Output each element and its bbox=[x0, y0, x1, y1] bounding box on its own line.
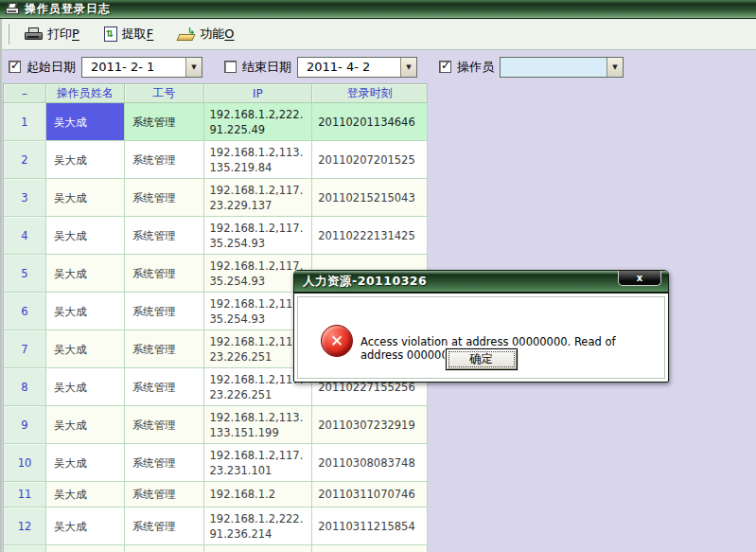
row-index-cell bbox=[4, 545, 46, 552]
table-row[interactable]: 11 吴大成 系统管理 192.168.1.2 20110311070746 bbox=[4, 482, 428, 507]
chevron-down-icon[interactable]: ▼ bbox=[400, 58, 416, 77]
error-dialog-body: Access violation at address 00000000. Re… bbox=[297, 296, 665, 379]
refresh-page-icon: ⇅ bbox=[104, 27, 117, 42]
operator-name-cell bbox=[46, 545, 125, 552]
row-index-cell: 8 bbox=[4, 368, 46, 406]
job-number-cell: 系统管理 bbox=[125, 141, 204, 179]
table-row[interactable]: 2 吴大成 系统管理 192.168.1.2,113.135.219.84 20… bbox=[4, 141, 428, 179]
ip-cell: 192.168.1.2,222.91.225.49 bbox=[204, 103, 313, 141]
print-label: 打印 bbox=[47, 27, 72, 41]
function-label: 功能 bbox=[200, 27, 224, 41]
error-dialog-titlebar: 人力资源-20110326 bbox=[294, 271, 668, 294]
ip-cell: 192.168.1.2,117.35.254.93 bbox=[204, 217, 313, 255]
table-row[interactable]: 12 吴大成 系统管理 192.168.1.2,222.91.236.214 2… bbox=[4, 507, 428, 545]
job-number-cell: 系统管理 bbox=[125, 482, 204, 507]
operator-name-cell: 吴大成 bbox=[46, 255, 125, 293]
filter-bar: 起始日期 2011- 2- 1 ▼ 结束日期 2011- 4- 2 ▼ 操作员 … bbox=[0, 50, 756, 83]
table-header-row: – 操作员姓名 工号 IP 登录时刻 bbox=[4, 84, 428, 103]
close-icon[interactable]: x bbox=[618, 271, 661, 286]
column-header-name[interactable]: 操作员姓名 bbox=[46, 84, 125, 103]
table-row[interactable]: 9 吴大成 系统管理 192.168.1.2,113.133.151.199 2… bbox=[4, 406, 428, 444]
job-number-cell bbox=[125, 545, 204, 552]
function-tray-icon: ↳ bbox=[178, 28, 195, 41]
operator-name-cell: 吴大成 bbox=[46, 293, 125, 330]
start-date-label: 起始日期 bbox=[26, 59, 76, 76]
job-number-cell: 系统管理 bbox=[125, 217, 204, 255]
job-number-cell: 系统管理 bbox=[125, 444, 204, 482]
operator-name-cell: 吴大成 bbox=[46, 217, 125, 255]
login-time-cell: 20110207201525 bbox=[312, 141, 428, 179]
operator-name-cell: 吴大成 bbox=[46, 444, 125, 482]
row-index-cell: 5 bbox=[4, 255, 46, 293]
printer-icon bbox=[25, 27, 43, 42]
app-printer-icon bbox=[5, 3, 20, 16]
ip-cell: 192.168.1.2,117.23.231.101 bbox=[204, 444, 313, 482]
error-dialog: 人力资源-20110326 x Access violation at addr… bbox=[293, 270, 669, 383]
job-number-cell: 系统管理 bbox=[125, 406, 204, 444]
login-time-cell: 20110222131425 bbox=[312, 217, 428, 255]
error-icon bbox=[321, 325, 353, 357]
row-index-cell: 10 bbox=[4, 444, 46, 482]
chevron-down-icon[interactable]: ▼ bbox=[185, 58, 202, 77]
job-number-cell: 系统管理 bbox=[125, 330, 204, 368]
operator-combobox[interactable]: ▼ bbox=[500, 57, 624, 78]
operator-name-cell: 吴大成 bbox=[46, 141, 125, 179]
table-row[interactable]: 3 吴大成 系统管理 192.168.1.2,117.23.229.137 20… bbox=[4, 179, 428, 217]
error-dialog-title: 人力资源-20110326 bbox=[303, 274, 427, 290]
column-header-logintime[interactable]: 登录时刻 bbox=[312, 84, 428, 103]
row-index-cell: 6 bbox=[4, 293, 46, 330]
job-number-cell: 系统管理 bbox=[125, 255, 204, 293]
print-button[interactable]: 打印P bbox=[19, 23, 85, 45]
end-date-value: 2011- 4- 2 bbox=[298, 60, 400, 74]
row-index-cell: 3 bbox=[4, 179, 46, 217]
login-time-cell bbox=[312, 545, 428, 552]
operator-name-cell: 吴大成 bbox=[46, 368, 125, 406]
job-number-cell: 系统管理 bbox=[125, 293, 204, 330]
table-row[interactable]: 1 吴大成 系统管理 192.168.1.2,222.91.225.49 201… bbox=[4, 103, 428, 141]
table-row[interactable]: 4 吴大成 系统管理 192.168.1.2,117.35.254.93 201… bbox=[4, 217, 428, 255]
column-header-index[interactable]: – bbox=[4, 84, 46, 103]
login-time-cell: 20110311070746 bbox=[312, 482, 428, 507]
end-date-checkbox[interactable] bbox=[224, 61, 237, 73]
operator-label: 操作员 bbox=[457, 59, 494, 76]
row-index-cell: 4 bbox=[4, 217, 46, 255]
toolbar: 打印P ⇅ 提取F ↳ 功能O bbox=[0, 19, 756, 50]
column-header-ip[interactable]: IP bbox=[204, 84, 313, 103]
table-row[interactable]: 192.168.1.2,113. bbox=[4, 545, 428, 552]
operator-name-cell: 吴大成 bbox=[46, 507, 125, 545]
operator-name-cell: 吴大成 bbox=[46, 482, 125, 507]
end-date-combobox[interactable]: 2011- 4- 2 ▼ bbox=[297, 57, 417, 78]
ip-cell: 192.168.1.2,113.135.219.84 bbox=[204, 141, 313, 179]
row-index-cell: 2 bbox=[4, 141, 46, 179]
login-time-cell: 20110215215043 bbox=[312, 179, 428, 217]
operator-name-cell: 吴大成 bbox=[46, 406, 125, 444]
login-time-cell: 20110311215854 bbox=[312, 507, 428, 545]
row-index-cell: 9 bbox=[4, 406, 46, 444]
start-date-checkbox[interactable] bbox=[9, 61, 21, 73]
start-date-value: 2011- 2- 1 bbox=[82, 60, 185, 74]
job-number-cell: 系统管理 bbox=[125, 368, 204, 406]
ok-button[interactable]: 确定 bbox=[446, 348, 518, 370]
job-number-cell: 系统管理 bbox=[125, 103, 204, 141]
end-date-label: 结束日期 bbox=[242, 59, 291, 76]
extract-button[interactable]: ⇅ 提取F bbox=[98, 23, 159, 45]
function-button[interactable]: ↳ 功能O bbox=[172, 23, 239, 45]
window-title: 操作员登录日志 bbox=[25, 1, 111, 17]
toolbar-grip bbox=[8, 24, 9, 45]
start-date-combobox[interactable]: 2011- 2- 1 ▼ bbox=[81, 57, 202, 78]
login-time-cell: 20110308083748 bbox=[312, 444, 428, 482]
ip-cell: 192.168.1.2 bbox=[204, 482, 313, 507]
row-index-cell: 7 bbox=[4, 330, 46, 368]
operator-checkbox[interactable] bbox=[439, 61, 451, 73]
column-header-jobno[interactable]: 工号 bbox=[125, 84, 204, 103]
chevron-down-icon[interactable]: ▼ bbox=[607, 58, 623, 77]
ip-cell: 192.168.1.2,113. bbox=[204, 545, 313, 552]
login-time-cell: 20110201134646 bbox=[312, 103, 428, 141]
ip-cell: 192.168.1.2,222.91.236.214 bbox=[204, 507, 313, 545]
operator-name-cell: 吴大成 bbox=[46, 330, 125, 368]
ip-cell: 192.168.1.2,113.133.151.199 bbox=[204, 406, 313, 444]
operator-name-cell: 吴大成 bbox=[46, 103, 125, 141]
login-time-cell: 20110307232919 bbox=[312, 406, 428, 444]
job-number-cell: 系统管理 bbox=[125, 507, 204, 545]
table-row[interactable]: 10 吴大成 系统管理 192.168.1.2,117.23.231.101 2… bbox=[4, 444, 428, 482]
